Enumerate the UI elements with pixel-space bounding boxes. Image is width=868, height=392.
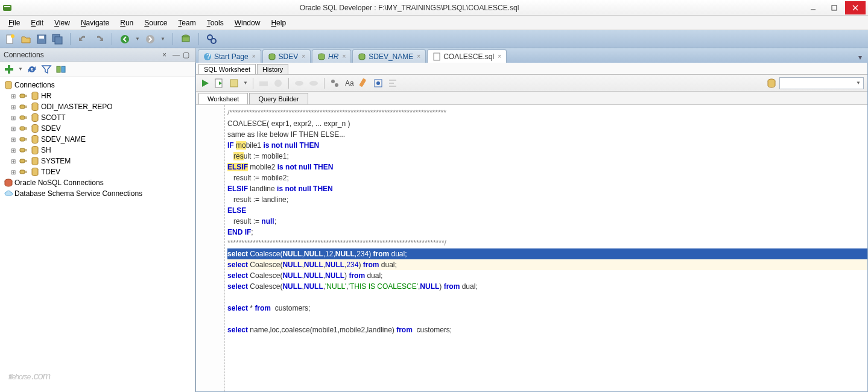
svg-rect-27 (20, 105, 25, 109)
menu-help[interactable]: Help (266, 17, 291, 29)
svg-rect-31 (20, 116, 25, 119)
close-tab-icon[interactable]: × (342, 53, 346, 60)
sql-worksheet-icon[interactable] (180, 34, 191, 45)
connections-sidebar: Connections × — ▢ ▼ Connections⊞HR⊞ODI_M… (0, 48, 195, 392)
run-script-icon[interactable] (214, 78, 225, 89)
doc-tab-sdev-name[interactable]: SDEV_NAME× (352, 49, 426, 63)
schema-service-connections[interactable]: Database Schema Service Connections (1, 188, 194, 199)
window-title: Oracle SQL Developer : F:\MY_TRAININGS\P… (16, 4, 803, 12)
add-connection-icon[interactable] (4, 64, 14, 75)
maximize-button[interactable] (824, 1, 844, 14)
redo-icon[interactable] (93, 34, 104, 45)
back-icon[interactable] (119, 34, 130, 45)
svg-rect-11 (55, 37, 62, 44)
rollback-icon[interactable] (308, 78, 319, 89)
connections-root[interactable]: Connections (1, 80, 194, 90)
svg-text:?: ? (206, 52, 211, 61)
query-builder-tab[interactable]: Query Builder (249, 93, 308, 104)
new-icon[interactable] (5, 34, 16, 45)
connection-odi_master_repo[interactable]: ⊞ODI_MASTER_REPO (1, 101, 194, 112)
svg-point-66 (295, 81, 303, 86)
connection-sdev[interactable]: ⊞SDEV (1, 123, 194, 134)
connection-scott[interactable]: ⊞SCOTT (1, 112, 194, 123)
tab-icon (268, 52, 276, 61)
svg-point-68 (331, 80, 335, 83)
panel-minimize-icon[interactable]: — (173, 51, 181, 59)
connection-tdev[interactable]: ⊞TDEV (1, 166, 194, 177)
doc-tab-hr[interactable]: HR× (312, 49, 351, 63)
filter-icon[interactable] (41, 64, 52, 75)
history-tab[interactable]: History (257, 64, 288, 74)
tab-icon (358, 52, 366, 61)
commit-icon[interactable] (294, 78, 305, 89)
app-icon (2, 3, 12, 13)
close-tab-icon[interactable]: × (417, 53, 420, 60)
menu-run[interactable]: Run (115, 17, 138, 29)
clear-icon[interactable] (358, 78, 369, 89)
worksheet-editor-tab[interactable]: Worksheet (198, 93, 248, 104)
svg-rect-9 (39, 36, 44, 39)
menu-source[interactable]: Source (139, 17, 172, 29)
menu-edit[interactable]: Edit (26, 17, 48, 29)
doc-tab-coalesce-sql[interactable]: COALESCE.sql× (427, 49, 507, 63)
connections-panel-title: Connections (4, 51, 160, 59)
code-editor[interactable]: /***************************************… (196, 105, 867, 391)
close-tab-icon[interactable]: × (498, 53, 501, 60)
refresh-icon[interactable] (27, 64, 37, 75)
nosql-connections[interactable]: Oracle NoSQL Connections (1, 177, 194, 188)
connections-tree[interactable]: Connections⊞HR⊞ODI_MASTER_REPO⊞SCOTT⊞SDE… (0, 77, 195, 392)
connection-system[interactable]: ⊞SYSTEM (1, 156, 194, 166)
menu-team[interactable]: Team (173, 17, 200, 29)
connections-toolbar: ▼ (0, 62, 195, 77)
editor-mode-tabs: Worksheet Query Builder (196, 92, 867, 105)
close-button[interactable] (845, 1, 866, 14)
svg-point-17 (211, 39, 216, 43)
svg-rect-47 (20, 159, 25, 163)
open-icon[interactable] (21, 34, 31, 45)
tabs-overflow-icon[interactable]: ▾ (855, 52, 866, 63)
autotrace-icon[interactable] (258, 78, 269, 89)
connection-selector[interactable]: ▼ (779, 77, 864, 89)
svg-rect-64 (259, 81, 268, 86)
menu-navigate[interactable]: Navigate (76, 17, 114, 29)
close-tab-icon[interactable]: × (252, 53, 256, 60)
sql-tuning-icon[interactable] (273, 78, 284, 89)
connection-sdev_name[interactable]: ⊞SDEV_NAME (1, 134, 194, 145)
panel-restore-icon[interactable]: ▢ (183, 51, 191, 59)
document-tabs: ?Start Page×SDEV×HR×SDEV_NAME×COALESCE.s… (195, 48, 868, 63)
svg-rect-61 (434, 53, 440, 60)
to-uppercase-icon[interactable]: Aa (344, 78, 355, 89)
undo-icon[interactable] (78, 34, 89, 45)
svg-rect-35 (20, 127, 25, 130)
find-icon[interactable] (206, 34, 217, 45)
tab-icon (317, 52, 326, 61)
menu-file[interactable]: File (4, 17, 25, 29)
connection-sh[interactable]: ⊞SH (1, 145, 194, 156)
save-all-icon[interactable] (52, 34, 63, 45)
worksheet-toolbar: ▼ Aa ▼ (196, 75, 867, 92)
menu-window[interactable]: Window (230, 17, 265, 29)
svg-point-69 (335, 83, 338, 87)
menu-tools[interactable]: Tools (202, 17, 229, 29)
title-bar: Oracle SQL Developer : F:\MY_TRAININGS\P… (0, 0, 868, 16)
doc-tab-start-page[interactable]: ?Start Page× (198, 49, 261, 63)
svg-point-67 (309, 81, 318, 86)
save-icon[interactable] (36, 34, 47, 45)
minimize-button[interactable] (803, 1, 823, 14)
tns-icon[interactable] (55, 64, 66, 75)
sql-worksheet-tab[interactable]: SQL Worksheet (198, 64, 256, 74)
format-icon[interactable] (387, 78, 398, 89)
connection-hr[interactable]: ⊞HR (1, 90, 194, 101)
panel-close-icon[interactable]: × (162, 51, 171, 59)
svg-rect-71 (359, 78, 366, 87)
unshared-worksheet-icon[interactable] (329, 78, 340, 89)
forward-icon[interactable] (145, 34, 156, 45)
explain-plan-icon[interactable] (229, 78, 239, 89)
doc-tab-sdev[interactable]: SDEV× (262, 49, 311, 63)
svg-rect-39 (20, 138, 25, 141)
close-tab-icon[interactable]: × (302, 53, 305, 60)
code-content[interactable]: /***************************************… (225, 105, 867, 391)
menu-view[interactable]: View (49, 17, 75, 29)
run-icon[interactable] (200, 78, 211, 89)
sql-history-icon[interactable] (373, 78, 384, 89)
